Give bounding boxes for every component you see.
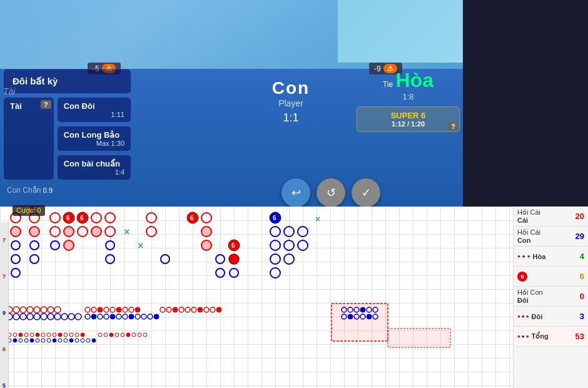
svg-point-151 — [115, 333, 119, 337]
svg-point-85 — [104, 314, 109, 319]
sidebar-row-six: 6 6 — [514, 267, 588, 287]
svg-point-145 — [81, 339, 84, 342]
svg-point-1 — [11, 227, 21, 237]
hoi-con-label: Hồi Con — [517, 288, 543, 297]
svg-point-135 — [24, 339, 28, 342]
cuoc-label: Cược: — [16, 207, 36, 214]
hoa-value: 4 — [552, 252, 584, 261]
dealer-camera — [338, 0, 463, 63]
svg-point-92 — [148, 314, 153, 319]
svg-point-128 — [64, 333, 68, 337]
svg-text:6: 6 — [80, 215, 84, 222]
svg-point-94 — [160, 307, 165, 312]
back-icon: ↩ — [291, 186, 301, 200]
score-indicator: Cược: 0 — [13, 205, 45, 216]
svg-point-22 — [105, 213, 115, 223]
svg-point-143 — [69, 339, 73, 342]
refresh-button[interactable]: ↺ — [317, 178, 345, 207]
svg-point-116 — [367, 314, 372, 319]
svg-point-113 — [348, 314, 353, 319]
svg-point-37 — [216, 268, 225, 277]
svg-point-20 — [91, 213, 101, 223]
svg-point-8 — [30, 241, 39, 250]
svg-point-138 — [41, 339, 45, 342]
svg-point-79 — [123, 307, 128, 312]
player-sublabel: Player — [250, 98, 332, 108]
doi-blue-value: 3 — [550, 312, 584, 321]
svg-point-90 — [135, 314, 140, 319]
svg-point-69 — [54, 314, 61, 320]
svg-point-95 — [166, 307, 171, 312]
svg-point-78 — [116, 307, 121, 312]
svg-point-36 — [216, 255, 225, 263]
svg-point-30 — [161, 255, 170, 263]
svg-point-52 — [298, 240, 308, 250]
svg-point-65 — [27, 314, 33, 320]
svg-point-133 — [13, 339, 17, 342]
hoa-box[interactable]: Tie Hòa 1:8 — [357, 69, 460, 101]
svg-point-46 — [270, 254, 280, 264]
svg-text:×: × — [138, 240, 143, 251]
svg-point-34 — [201, 227, 211, 237]
svg-point-152 — [121, 333, 124, 337]
svg-point-60 — [48, 307, 54, 313]
con-ratio: 1:1 — [250, 111, 332, 125]
svg-point-56 — [20, 307, 26, 313]
svg-point-59 — [41, 307, 47, 313]
confirm-button[interactable]: ✓ — [352, 178, 380, 207]
svg-rect-158 — [388, 329, 450, 347]
con-chan-label: Con Chẵn 0.9 — [3, 183, 131, 197]
svg-point-58 — [34, 307, 40, 313]
grid-num-6: 6 — [3, 346, 6, 352]
svg-point-80 — [129, 307, 134, 312]
svg-point-99 — [191, 307, 196, 312]
controls-row: ↩ ↺ ✓ — [281, 178, 380, 207]
svg-point-10 — [50, 213, 60, 223]
svg-point-124 — [41, 333, 45, 337]
grid-area: 6 6 6 × × 6 — [0, 207, 513, 388]
con-doi-box[interactable]: Con Đôi 1:11 — [57, 97, 131, 123]
super6-label: SUPER 6 — [363, 111, 453, 120]
svg-point-89 — [129, 314, 134, 319]
svg-point-48 — [284, 227, 294, 237]
svg-point-97 — [179, 307, 184, 312]
svg-point-44 — [270, 227, 280, 237]
grid-num-7: 7 — [3, 237, 6, 243]
back-button[interactable]: ↩ — [281, 178, 310, 207]
sidebar-row-tong: ● ● ● Tổng 53 — [514, 327, 588, 347]
six-value: 6 — [532, 272, 584, 281]
tong-value: 53 — [550, 332, 584, 341]
con-bai-chuan-box[interactable]: Con bài chuẩn 1:4 — [57, 155, 131, 180]
svg-point-109 — [360, 307, 365, 312]
svg-point-137 — [36, 339, 39, 342]
super6-box[interactable]: SUPER 6 1:12 / 1:20 — [357, 106, 460, 132]
grid-svg: 6 6 6 × × 6 — [0, 207, 513, 388]
sidebar-row-con: Hồi Cái Con 29 — [514, 227, 588, 247]
svg-point-17 — [64, 227, 74, 237]
svg-point-12 — [51, 241, 59, 250]
svg-point-142 — [64, 339, 68, 342]
grid-num-5: 5 — [3, 382, 6, 388]
svg-point-29 — [146, 227, 156, 237]
cai-key: Cái — [517, 217, 540, 224]
doi-bat-ky-box[interactable]: Đôi bất kỳ — [3, 69, 131, 94]
grid-left-numbers: 7 7 9 6 5 — [0, 222, 9, 388]
con-long-bao-box[interactable]: Con Long Bảo Max 1:30 — [57, 126, 131, 151]
confirm-icon: ✓ — [362, 186, 371, 200]
svg-point-129 — [69, 333, 73, 337]
svg-point-33 — [201, 213, 211, 223]
con-bai-chuan-odds: 1:4 — [64, 168, 124, 176]
cuoc-value: 0 — [38, 207, 41, 214]
svg-point-24 — [106, 241, 114, 250]
svg-point-21 — [91, 227, 101, 237]
svg-point-155 — [138, 333, 141, 337]
con-value: 29 — [540, 232, 584, 241]
svg-point-98 — [185, 307, 190, 312]
tai-box[interactable]: Tài ? — [3, 97, 54, 180]
svg-point-125 — [47, 333, 51, 337]
svg-text:×: × — [315, 214, 320, 224]
svg-text:6: 6 — [66, 215, 70, 222]
svg-point-119 — [13, 333, 17, 337]
svg-point-93 — [154, 314, 159, 319]
sidebar-row-hoa: ● ● ● Hòa 4 — [514, 247, 588, 267]
